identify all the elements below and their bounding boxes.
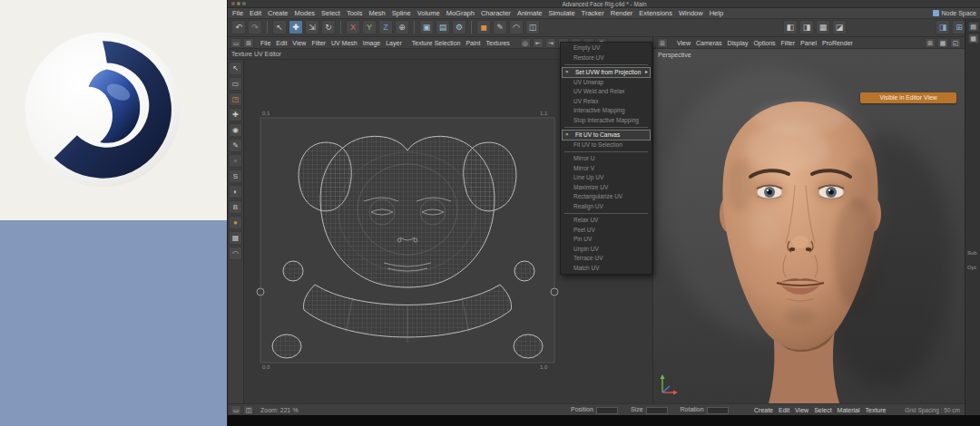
menu-item[interactable]: Select [321, 9, 340, 17]
viewport-menu-item[interactable]: Display [727, 40, 748, 46]
move-icon[interactable]: ✚ [229, 108, 242, 121]
menu-item[interactable]: Simulate [548, 9, 574, 17]
minimize-window-icon[interactable] [237, 2, 240, 5]
window-controls[interactable] [231, 2, 246, 5]
uv-menu-item[interactable]: Layer [386, 40, 402, 46]
viewport-menu-item[interactable]: Panel [800, 40, 817, 46]
render-settings-icon[interactable]: ⚙ [452, 20, 466, 34]
maximize-view-icon[interactable]: ◱ [950, 38, 961, 48]
menu-item[interactable]: Extensions [639, 9, 672, 17]
uv-action-item[interactable]: Texture Selection [412, 40, 461, 46]
align-left-icon[interactable]: ⇤ [533, 38, 544, 48]
titlebar[interactable]: Advanced Face Rig.c4d * - Main [228, 0, 980, 8]
undo-icon[interactable]: ↶ [231, 20, 246, 34]
rotate-tool-icon[interactable]: ↻ [321, 20, 336, 34]
bottom-menu-item[interactable]: Edit [779, 407, 789, 413]
context-menu-item[interactable]: Rectangularize UV [561, 192, 652, 202]
render-view-icon[interactable]: ▣ [419, 20, 434, 34]
menu-item[interactable]: Help [710, 9, 723, 17]
uv-transform-icon[interactable]: ◳ [229, 92, 242, 106]
context-menu-item[interactable]: Match UV [561, 264, 652, 274]
panel-toggle-icon[interactable]: ◨ [936, 20, 950, 34]
status-icon[interactable]: ▭ [230, 405, 241, 415]
curve-icon[interactable]: ◠ [229, 247, 242, 260]
status-icon[interactable]: ◫ [243, 405, 254, 415]
visible-in-editor-view-button[interactable]: Visible in Editor View [860, 92, 956, 103]
lock-x-axis-icon[interactable]: X [346, 20, 360, 34]
move-tool-icon[interactable]: ✚ [289, 20, 303, 34]
context-menu-item[interactable]: Terrace UV [561, 254, 652, 264]
context-menu-item[interactable]: Peel UV [561, 226, 652, 236]
context-menu-item[interactable]: Pin UV [561, 235, 652, 245]
bottom-menu-item[interactable]: Select [814, 407, 831, 413]
uv-menu-item[interactable]: Image [363, 40, 380, 46]
menu-item[interactable]: MoGraph [446, 9, 475, 17]
menu-item[interactable]: Volume [417, 9, 440, 17]
uv-target-icon[interactable]: ◎ [520, 38, 531, 48]
context-menu-item[interactable]: Empty UV [561, 44, 652, 53]
selection-tool-icon[interactable]: ↖ [229, 62, 242, 75]
context-menu-item[interactable]: Restore UV [561, 53, 652, 63]
context-menu-item[interactable]: Interactive Mapping [561, 106, 652, 116]
scale-tool-icon[interactable]: ⇲ [305, 20, 319, 34]
uv-menu-item[interactable]: Edit [276, 40, 287, 46]
zoom-window-icon[interactable] [242, 2, 246, 5]
uv-action-item[interactable]: Textures [485, 40, 509, 46]
uv-action-item[interactable]: Paint [466, 40, 480, 46]
layout-icon[interactable]: ◪ [832, 20, 847, 34]
menu-item[interactable]: Character [481, 9, 511, 17]
lock-z-axis-icon[interactable]: Z [378, 20, 393, 34]
burn-tool-icon[interactable]: B [229, 200, 242, 214]
context-menu-item[interactable]: Stop Interactive Mapping [561, 116, 652, 126]
coordinate-field[interactable]: Size [631, 406, 668, 413]
context-menu-item[interactable]: ×Set UVW from Projection▸ [562, 67, 651, 78]
perspective-viewport[interactable]: Perspective Visible in Editor View [652, 49, 965, 403]
coordinate-field[interactable]: Position [571, 406, 618, 413]
menu-item[interactable]: Spline [392, 9, 411, 17]
viewport-grid-icon[interactable]: ▦ [937, 38, 948, 48]
live-selection-icon[interactable]: ↖ [272, 20, 287, 34]
context-menu-item[interactable]: UV Relax [561, 97, 652, 107]
context-menu-item[interactable]: ×Fit UV to Canvas [562, 130, 651, 140]
panel-tab-icon[interactable]: ▤ [968, 22, 979, 32]
uv-menu-item[interactable]: View [292, 40, 306, 46]
context-menu-item[interactable]: UV Weld and Relax [561, 87, 652, 97]
generator-icon[interactable]: ◫ [525, 20, 540, 34]
render-picture-viewer-icon[interactable]: ▤ [436, 20, 450, 34]
context-menu-item[interactable]: Maximize UV [561, 183, 652, 193]
context-menu-item[interactable]: Realign UV [561, 202, 652, 212]
uv-menu-item[interactable]: Filter [311, 40, 326, 46]
panel-tab-icon[interactable]: ▦ [968, 34, 979, 44]
context-menu-item[interactable]: Mirror U [561, 154, 652, 164]
smear-tool-icon[interactable]: S [229, 169, 242, 183]
viewport-menu-icon[interactable]: ☰ [657, 38, 668, 48]
redo-icon[interactable]: ↷ [248, 20, 262, 34]
spline-tool-icon[interactable]: ◠ [509, 20, 524, 34]
viewport-menu-item[interactable]: Options [753, 40, 775, 46]
menu-item[interactable]: Modes [295, 9, 316, 17]
coordinate-system-icon[interactable]: ⊕ [395, 20, 409, 34]
layout-icon[interactable]: ◨ [799, 20, 814, 34]
menu-item[interactable]: Edit [250, 9, 261, 17]
context-menu-item[interactable]: Mirror V [561, 164, 652, 174]
uv-tab-icon[interactable]: ▭ [230, 38, 241, 48]
context-menu-item[interactable]: UV Unwrap [561, 78, 652, 88]
bottom-menu-item[interactable]: Texture [866, 407, 887, 413]
grid-icon[interactable]: ▦ [229, 231, 242, 245]
viewport-menu-item[interactable]: ProRender [822, 40, 853, 46]
bottom-menu-item[interactable]: Create [754, 407, 773, 413]
context-menu-item[interactable]: Fit UV to Selection [561, 140, 652, 150]
viewport-menu-item[interactable]: View [677, 40, 691, 46]
menu-item[interactable]: Render [611, 9, 633, 17]
menu-item[interactable]: Tracker [582, 9, 604, 17]
pen-tool-icon[interactable]: ✎ [493, 20, 507, 34]
align-right-icon[interactable]: ⇥ [545, 38, 556, 48]
rect-select-icon[interactable]: ▭ [229, 77, 242, 91]
layout-icon[interactable]: ▦ [816, 20, 830, 34]
node-space-switcher[interactable]: Node Space [933, 10, 976, 16]
lock-y-axis-icon[interactable]: Y [362, 20, 377, 34]
context-menu-item[interactable]: Unpin UV [561, 245, 652, 255]
viewport-menu-item[interactable]: Cameras [696, 40, 721, 46]
viewport-layout-icon[interactable]: ⊞ [925, 38, 936, 48]
layout-icon[interactable]: ◧ [783, 20, 798, 34]
